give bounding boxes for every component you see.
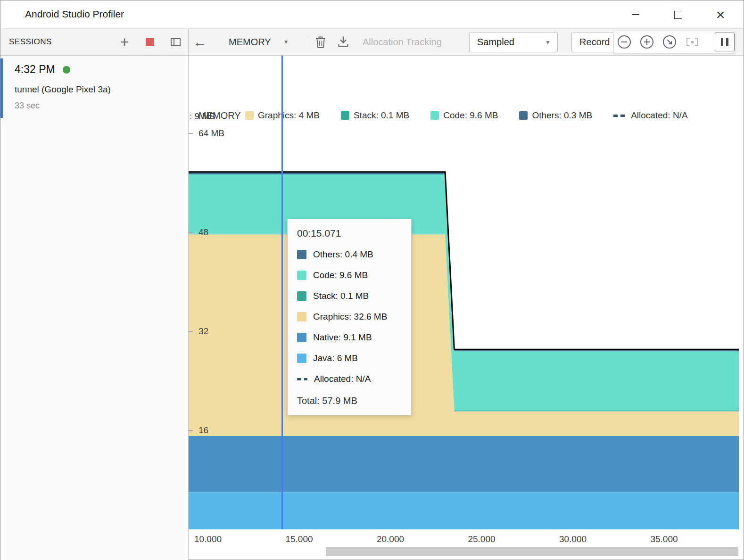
close-button[interactable]: × bbox=[710, 4, 731, 25]
stage-selector-dropdown[interactable]: MEMORY ▼ bbox=[229, 29, 289, 55]
legend-item-allocated: Allocated: N/A bbox=[613, 110, 687, 121]
zoom-to-selection-button[interactable] bbox=[686, 35, 699, 49]
chart-tooltip: 00:15.071 Others: 0.4 MB Code: 9.6 MB St… bbox=[287, 219, 412, 415]
sessions-header: SESSIONS + bbox=[0, 29, 189, 55]
stack-swatch-icon bbox=[341, 111, 349, 120]
zoom-to-selection-icon bbox=[686, 38, 690, 46]
stop-icon bbox=[146, 38, 154, 46]
stop-session-button[interactable] bbox=[144, 36, 156, 48]
zoom-in-button[interactable] bbox=[640, 35, 653, 49]
add-session-button[interactable]: + bbox=[118, 36, 131, 48]
session-duration: 33 sec bbox=[15, 101, 40, 111]
code-swatch-icon bbox=[430, 111, 439, 120]
zoom-controls bbox=[613, 31, 735, 53]
maximize-button[interactable] bbox=[667, 4, 689, 25]
graphics-swatch-icon bbox=[297, 312, 306, 321]
session-list-item[interactable]: 4:32 PM tunnel (Google Pixel 3a) 33 sec bbox=[0, 58, 188, 120]
collapse-panel-button[interactable] bbox=[169, 36, 182, 48]
reset-zoom-icon bbox=[666, 39, 673, 45]
allocated-dashed-icon bbox=[613, 115, 627, 117]
tooltip-row-label: Code: 9.6 MB bbox=[313, 270, 368, 280]
tooltip-row-label: Graphics: 32.6 MB bbox=[313, 312, 387, 322]
tooltip-row-label: Stack: 0.1 MB bbox=[313, 291, 369, 301]
y-axis-tick bbox=[189, 331, 193, 332]
chevron-down-icon: ▼ bbox=[545, 39, 551, 46]
toolbar-divider bbox=[308, 35, 308, 49]
close-icon: × bbox=[716, 7, 725, 22]
tooltip-row-label: Others: 0.4 MB bbox=[313, 249, 373, 260]
back-arrow-icon: ← bbox=[193, 34, 207, 50]
sessions-panel: 4:32 PM tunnel (Google Pixel 3a) 33 sec bbox=[0, 56, 189, 560]
band-native bbox=[189, 436, 739, 492]
legend-label: Stack: 0.1 MB bbox=[354, 110, 409, 121]
tooltip-row-label: Allocated: N/A bbox=[314, 374, 371, 384]
y-axis-label: 64 MB bbox=[198, 128, 231, 139]
live-session-dot-icon bbox=[63, 66, 70, 74]
allocation-tracking-control[interactable]: Allocation Tracking bbox=[363, 29, 442, 55]
native-swatch-icon bbox=[297, 333, 306, 342]
panel-icon bbox=[171, 38, 181, 46]
chevron-down-icon: ▼ bbox=[283, 39, 289, 45]
tooltip-row-others: Others: 0.4 MB bbox=[297, 249, 402, 260]
sampling-mode-label: Sampled bbox=[477, 37, 514, 48]
tooltip-row-graphics: Graphics: 32.6 MB bbox=[297, 312, 402, 322]
x-axis-label: 35.000 bbox=[643, 534, 686, 544]
session-device: tunnel (Google Pixel 3a) bbox=[15, 84, 111, 95]
zoom-to-selection-dot bbox=[691, 41, 694, 43]
y-axis-tick bbox=[189, 232, 193, 233]
plus-icon: + bbox=[120, 37, 129, 47]
minimize-icon bbox=[632, 14, 639, 15]
profiler-window: Android Studio Profiler × SESSIONS + ← M… bbox=[0, 0, 744, 560]
memory-timeline-chart[interactable]: : 9 MB MEMORY Graphics: 4 MB Stack: 0.1 … bbox=[189, 56, 739, 529]
chart-stage-label: MEMORY bbox=[198, 110, 241, 121]
legend-item-stack: Stack: 0.1 MB bbox=[341, 110, 409, 121]
record-button[interactable]: Record bbox=[571, 32, 619, 52]
legend-item-others: Others: 0.3 MB bbox=[519, 110, 592, 121]
trash-icon bbox=[314, 35, 327, 49]
force-gc-trash-button[interactable] bbox=[314, 29, 327, 55]
window-title: Android Studio Profiler bbox=[25, 8, 124, 20]
y-axis-label: 48 bbox=[198, 227, 231, 238]
stage-selector-label: MEMORY bbox=[229, 37, 271, 48]
horizontal-scrollbar bbox=[189, 546, 739, 557]
tooltip-total: Total: 57.9 MB bbox=[297, 395, 402, 406]
tooltip-row-native: Native: 9.1 MB bbox=[297, 332, 402, 343]
legend-item-code: Code: 9.6 MB bbox=[430, 110, 498, 121]
zoom-in-icon bbox=[644, 39, 650, 45]
band-java bbox=[189, 492, 739, 529]
tooltip-timestamp: 00:15.071 bbox=[297, 228, 402, 239]
zoom-out-button[interactable] bbox=[618, 35, 631, 49]
x-axis-label: 20.000 bbox=[369, 534, 412, 544]
java-swatch-icon bbox=[297, 354, 306, 363]
selected-session-indicator bbox=[0, 58, 3, 118]
back-button[interactable]: ← bbox=[193, 29, 207, 55]
pause-live-button[interactable] bbox=[715, 33, 735, 51]
y-axis-tick bbox=[189, 430, 193, 431]
timeline-cursor-line bbox=[281, 56, 283, 529]
capture-heap-dump-button[interactable] bbox=[337, 29, 349, 55]
pause-icon bbox=[721, 38, 723, 46]
titlebar: Android Studio Profiler × bbox=[0, 0, 744, 29]
legend-label: Allocated: N/A bbox=[631, 110, 687, 121]
x-axis-label: 25.000 bbox=[461, 534, 503, 544]
scrollbar-thumb[interactable] bbox=[326, 547, 738, 556]
x-axis-label: 30.000 bbox=[552, 534, 594, 544]
stack-swatch-icon bbox=[297, 291, 306, 301]
zoom-out-icon bbox=[621, 41, 627, 42]
sessions-header-label: SESSIONS bbox=[9, 37, 52, 47]
reset-zoom-button[interactable] bbox=[663, 35, 676, 49]
legend-label: Graphics: 4 MB bbox=[258, 110, 320, 121]
x-axis-label: 10.000 bbox=[187, 534, 229, 544]
tooltip-row-stack: Stack: 0.1 MB bbox=[297, 291, 402, 301]
x-axis-label: 15.000 bbox=[278, 534, 321, 544]
sampling-mode-dropdown[interactable]: Sampled ▼ bbox=[469, 32, 558, 52]
maximize-icon bbox=[674, 11, 682, 19]
graphics-swatch-icon bbox=[245, 111, 254, 120]
pause-icon bbox=[726, 38, 728, 46]
heap-dump-icon bbox=[337, 35, 349, 49]
tooltip-row-allocated: Allocated: N/A bbox=[297, 374, 402, 384]
y-axis-tick bbox=[189, 133, 193, 134]
minimize-button[interactable] bbox=[625, 4, 646, 25]
legend-label: Code: 9.6 MB bbox=[443, 110, 498, 121]
tooltip-row-label: Native: 9.1 MB bbox=[313, 332, 372, 343]
